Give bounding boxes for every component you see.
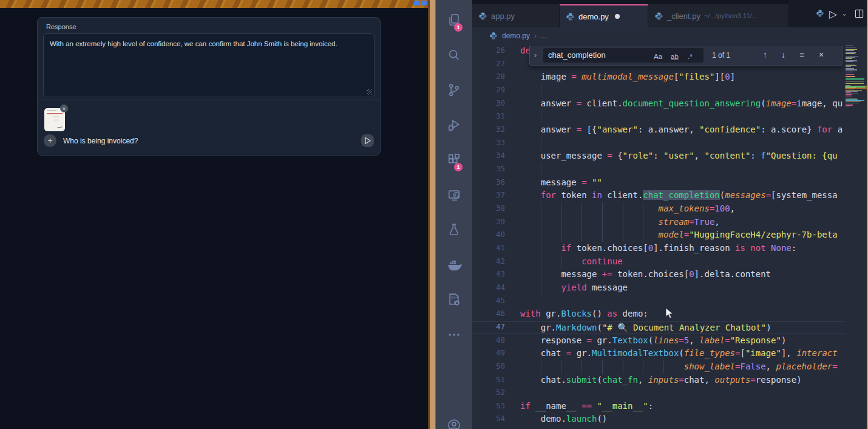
indent-guide [541, 84, 541, 97]
line-number-53: 53 [472, 401, 505, 410]
code-line-32[interactable]: answer = [{"answer": a.answer, "confiden… [472, 123, 845, 137]
code-text: user_message = {"role": "user", "content… [520, 149, 838, 163]
minimap-line [846, 61, 853, 62]
line-number-47: 47 [472, 322, 505, 331]
chat-input-text[interactable]: Who is being invoiced? [63, 137, 138, 145]
code-line-34[interactable]: user_message = {"role": "user", "content… [472, 149, 845, 163]
find-previous-button[interactable]: ↑ [763, 50, 767, 60]
find-close-button[interactable]: × [819, 50, 824, 60]
code-line-54[interactable]: demo.launch() [472, 413, 845, 426]
run-dropdown-chevron[interactable]: ⌄ [841, 9, 847, 18]
activity-item-extensions[interactable]: 1 [436, 145, 472, 174]
activity-item-accounts[interactable] [436, 411, 472, 429]
code-line-29[interactable] [472, 84, 845, 97]
minimap-line [846, 76, 855, 77]
code-line-31[interactable] [472, 110, 845, 123]
minimap-line [846, 106, 850, 106]
activity-item-more[interactable] [436, 320, 472, 349]
code-line-36[interactable]: message = "" [472, 176, 845, 190]
run-button[interactable]: ▷ [829, 8, 837, 21]
code-line-42[interactable]: continue [472, 255, 845, 269]
code-line-50[interactable]: show_label=False, placeholder= [472, 360, 845, 374]
send-button[interactable] [361, 134, 374, 147]
line-number-40: 40 [472, 230, 505, 239]
split-editor-button[interactable] [855, 9, 864, 18]
breadcrumb[interactable]: demo.py › ... [472, 27, 867, 44]
find-in-selection-button[interactable]: ≡ [799, 50, 804, 60]
find-next-button[interactable]: ↓ [781, 50, 785, 60]
code-line-33[interactable] [472, 137, 845, 150]
mouse-pointer [665, 307, 675, 320]
find-input[interactable]: chat_completion Aa ab .* [543, 48, 704, 63]
code-line-52[interactable] [472, 386, 845, 400]
activity-item-source-control[interactable] [436, 75, 472, 105]
code-line-51[interactable]: chat.submit(chat_fn, inputs=chat, output… [472, 374, 845, 387]
code-line-48[interactable]: response = gr.Textbox(lines=5, label="Re… [472, 334, 845, 348]
minimap-line [846, 81, 864, 81]
vscode-window: 11C++ app.pydemo.py_client.py~/.../pytho… [436, 0, 867, 429]
code-text: answer = [{"answer": a.answer, "confiden… [520, 123, 843, 137]
line-number-35: 35 [472, 164, 505, 173]
breadcrumb-more[interactable]: ... [541, 32, 547, 40]
line-number-36: 36 [472, 177, 505, 187]
code-line-44[interactable]: yield message [472, 281, 845, 295]
activity-item-remote-explorer[interactable] [436, 180, 472, 210]
activity-item-cpp-tools[interactable]: C++ [436, 285, 472, 314]
breadcrumb-file[interactable]: demo.py [502, 32, 530, 40]
find-widget: › chat_completion Aa ab .* 1 of 1 ↑ ↓ ≡ … [529, 46, 843, 66]
code-line-55[interactable] [472, 426, 845, 429]
code-text: message = "" [520, 176, 602, 190]
code-line-53[interactable]: if __name__ == "__main__": [472, 400, 845, 413]
activity-item-testing[interactable] [436, 215, 472, 244]
minimap-line [846, 94, 852, 95]
code-line-46[interactable]: with gr.Blocks() as demo: [472, 307, 845, 321]
code-line-37[interactable]: for token in client.chat_completion(mess… [472, 189, 845, 202]
remove-image-button[interactable]: × [60, 105, 68, 112]
code-line-41[interactable]: if token.choices[0].finish_reason is not… [472, 242, 845, 255]
attach-file-button[interactable]: + [44, 134, 56, 147]
code-line-49[interactable]: chat = gr.MultimodalTextbox(file_types=[… [472, 347, 845, 360]
tab-label: _client.py [667, 12, 700, 21]
line-number-42: 42 [472, 256, 505, 266]
activity-item-docker[interactable] [436, 250, 472, 280]
wallpaper-blue-icon [414, 1, 419, 5]
code-line-38[interactable]: max_tokens=100, [472, 202, 845, 216]
minimap-line [846, 53, 855, 54]
response-textarea[interactable]: With an extremely high level of confiden… [43, 33, 375, 97]
code-text: chat.submit(chat_fn, inputs=chat, output… [520, 374, 802, 387]
tab-app-py[interactable]: app.py [472, 4, 560, 27]
send-icon [361, 134, 374, 147]
line-number-31: 31 [472, 111, 505, 120]
tab--client-py[interactable]: _client.py~/.../python3.11/... [648, 4, 789, 27]
line-number-28: 28 [472, 72, 505, 81]
whole-word-button[interactable]: ab [671, 53, 679, 60]
code-text: max_tokens=100, [520, 202, 735, 216]
minimap-line [846, 103, 859, 103]
code-line-47[interactable]: gr.Markdown("# 🔍 Document Analyzer Chatb… [472, 321, 845, 334]
activity-item-explorer[interactable]: 1 [436, 5, 472, 35]
minimap[interactable] [845, 46, 867, 110]
code-line-45[interactable] [472, 295, 845, 308]
line-number-44: 44 [472, 283, 505, 292]
minimap-line [846, 47, 856, 47]
code-line-28[interactable]: image = multimodal_message["files"][0] [472, 70, 845, 84]
python-file-icon [478, 12, 487, 21]
code-line-40[interactable]: model="HuggingFaceH4/zephyr-7b-beta [472, 228, 845, 242]
match-case-button[interactable]: Aa [654, 53, 662, 60]
svg-text:C++: C++ [451, 295, 458, 300]
regex-button[interactable]: .* [688, 53, 693, 60]
tab-demo-py[interactable]: demo.py [560, 4, 648, 27]
line-number-27: 27 [472, 59, 505, 68]
code-line-39[interactable]: stream=True, [472, 216, 845, 229]
code-line-43[interactable]: message += token.choices[0].delta.conten… [472, 268, 845, 281]
code-editor[interactable]: › chat_completion Aa ab .* 1 of 1 ↑ ↓ ≡ … [472, 44, 867, 429]
activity-item-search[interactable] [436, 41, 472, 70]
resize-handle[interactable] [367, 89, 372, 95]
toggle-replace-chevron[interactable]: › [530, 48, 541, 63]
code-line-30[interactable]: answer = client.document_question_answer… [472, 97, 845, 111]
minimap-line [846, 74, 854, 75]
code-line-35[interactable] [472, 163, 845, 176]
unsaved-dot [615, 14, 620, 19]
tab-description: ~/.../python3.11/... [704, 12, 758, 19]
activity-item-run-debug[interactable] [436, 111, 472, 140]
